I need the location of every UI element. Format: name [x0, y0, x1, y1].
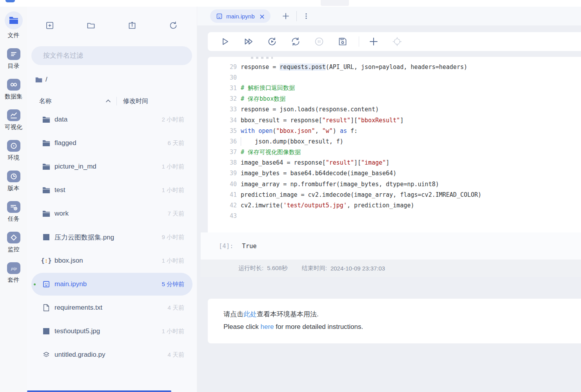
instructions-zh-prefix: 请点击: [223, 310, 243, 318]
file-name: test\output5.jpg: [54, 327, 100, 335]
filter-input[interactable]: [31, 46, 192, 65]
file-row[interactable]: flagged6 天前: [27, 131, 197, 155]
runtime-end-label: 结束时间:: [302, 265, 327, 272]
upload-button[interactable]: [127, 21, 137, 30]
list-icon: [7, 48, 20, 60]
file-name: test: [54, 186, 65, 194]
file-list: data2 小时前flagged6 天前picture_in_md1 小时前te…: [27, 108, 197, 367]
sidebar-item-监控[interactable]: 监控: [7, 229, 20, 256]
sidebar-item-环境[interactable]: 环境: [7, 138, 20, 164]
code-line[interactable]: 29response = requests.post(API_URL, json…: [208, 62, 581, 72]
tab-label: main.ipynb: [226, 13, 255, 20]
notebook-toolbar: [208, 32, 581, 51]
runtime-duration-label: 运行时长:: [238, 265, 263, 272]
file-row[interactable]: data2 小时前: [27, 108, 197, 131]
instructions-en-prefix: Please click: [223, 323, 260, 330]
file-row[interactable]: 压力云图数据集.png9 小时前: [27, 225, 197, 249]
new-file-button[interactable]: [45, 21, 54, 30]
monitor-icon: [7, 232, 20, 243]
code-line[interactable]: 38image_base64 = response["result"]["ima…: [208, 158, 581, 168]
code-line[interactable]: 41prediction_image = cv2.imdecode(image_…: [208, 189, 581, 200]
code-text: bbox_result = response["result"]["bboxRe…: [241, 117, 403, 124]
instructions-zh-link[interactable]: 此处: [243, 310, 257, 318]
code-line[interactable]: 32# 保存bbox数据: [208, 94, 581, 104]
code-line[interactable]: 34bbox_result = response["result"]["bbox…: [208, 115, 581, 125]
pip-icon: pip: [7, 262, 20, 274]
tabbar-divider: [296, 11, 297, 21]
code-line[interactable]: 35with open("bbox.json", "w") as f:: [208, 125, 581, 136]
instructions-zh-suffix: 查看本环境基本用法.: [257, 310, 319, 318]
refresh-kernel-button[interactable]: [290, 36, 301, 47]
restart-run-button[interactable]: [267, 36, 277, 47]
markdown-cell[interactable]: 请点击此处查看本环境基本用法. Please click here for mo…: [208, 299, 581, 343]
line-number: 40: [208, 181, 241, 188]
sidebar-item-label: 监控: [8, 245, 20, 253]
sidebar-item-任务[interactable]: 任务: [7, 199, 20, 225]
line-number: 30: [208, 74, 241, 81]
code-line[interactable]: 30: [208, 72, 581, 83]
line-number: 41: [208, 191, 241, 198]
header-divider: [116, 97, 117, 105]
top-partial-element: [321, 0, 349, 6]
code-line[interactable]: 37# 保存可视化图像数据: [208, 147, 581, 158]
code-text: response = json.loads(response.content): [241, 106, 379, 113]
file-row[interactable]: work7 天前: [27, 202, 197, 225]
instructions-zh: 请点击此处查看本环境基本用法.: [223, 309, 581, 319]
column-modified[interactable]: 修改时间: [123, 97, 148, 105]
file-row[interactable]: main.ipynb5 分钟前: [27, 272, 197, 296]
file-row[interactable]: {:}bbox.json1 小时前: [27, 249, 197, 272]
code-cell[interactable]: 29response = requests.post(API_URL, json…: [208, 57, 581, 232]
code-line[interactable]: 42cv2.imwrite('test/output5.jpg', predic…: [208, 200, 581, 211]
breadcrumb[interactable]: /: [35, 76, 47, 83]
gradio-icon: [42, 351, 50, 359]
clipped-line-remnant: [251, 57, 273, 59]
line-number: 37: [208, 149, 241, 156]
code-line[interactable]: 39image_bytes = base64.b64decode(image_b…: [208, 168, 581, 179]
sidebar-item-文件[interactable]: 文件: [5, 11, 23, 42]
code-line[interactable]: 40image_array = np.frombuffer(image_byte…: [208, 179, 581, 189]
tab-close-icon[interactable]: [260, 14, 265, 19]
sidebar-item-目录[interactable]: 目录: [7, 46, 20, 72]
file-name: untitled.gradio.py: [54, 351, 105, 359]
chart-icon: [7, 109, 20, 121]
cell-output: [4]: True: [201, 232, 581, 260]
new-tab-button[interactable]: [282, 13, 289, 20]
add-cell-button[interactable]: [369, 36, 379, 47]
sort-caret-icon[interactable]: [105, 98, 111, 104]
file-modified-time: 4 天前: [167, 351, 184, 359]
code-text: with open("bbox.json", "w") as f:: [241, 127, 358, 134]
save-button[interactable]: [338, 36, 348, 47]
file-modified-time: 7 天前: [167, 210, 184, 218]
run-button[interactable]: [220, 36, 230, 47]
file-name: work: [54, 210, 69, 218]
line-number: 43: [208, 212, 241, 220]
new-folder-button[interactable]: [86, 21, 96, 30]
tab-main-ipynb[interactable]: main.ipynb: [210, 9, 271, 23]
file-row[interactable]: picture_in_md1 小时前: [27, 155, 197, 178]
sidebar-item-数据集[interactable]: 数据集: [5, 76, 22, 103]
file-row[interactable]: requirements.txt4 天前: [27, 296, 197, 319]
code-line[interactable]: 43: [208, 211, 581, 221]
file-row[interactable]: test1 小时前: [27, 178, 197, 202]
code-line[interactable]: 33response = json.loads(response.content…: [208, 104, 581, 115]
code-text: # 保存可视化图像数据: [241, 149, 301, 156]
code-editor[interactable]: 29response = requests.post(API_URL, json…: [208, 62, 581, 221]
code-line[interactable]: 31# 解析接口返回数据: [208, 83, 581, 93]
tab-menu-kebab-icon[interactable]: [303, 13, 310, 20]
sidebar-item-可视化[interactable]: 可视化: [5, 107, 22, 133]
task-icon: [7, 201, 20, 213]
horizontal-scrollbar[interactable]: [27, 390, 171, 392]
file-row[interactable]: untitled.gradio.py4 天前: [27, 343, 197, 367]
instructions-en-link[interactable]: here: [260, 323, 274, 330]
run-all-button[interactable]: [243, 36, 254, 47]
file-row[interactable]: test\output5.jpg1 小时前: [27, 319, 197, 343]
modified-dot: [34, 283, 36, 285]
sidebar-item-套件[interactable]: pip套件: [7, 260, 20, 286]
line-number: 33: [208, 106, 241, 113]
code-line[interactable]: 36 json.dump(bbox_result, f): [208, 136, 581, 147]
column-name[interactable]: 名称: [39, 97, 52, 105]
refresh-button[interactable]: [169, 21, 178, 30]
file-modified-time: 1 小时前: [162, 257, 184, 265]
file-browser-panel: / 名称 修改时间 data2 小时前flagged6 天前picture_in…: [27, 7, 197, 392]
sidebar-item-版本[interactable]: 版本: [7, 168, 20, 194]
